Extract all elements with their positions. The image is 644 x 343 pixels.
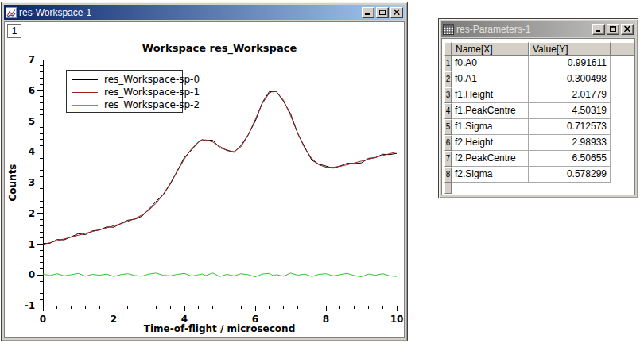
- parameters-table: Name[X] Value[Y] 1f0.A00.9916112f0.A10.3…: [444, 42, 635, 194]
- cell-value[interactable]: 0.991611: [529, 56, 611, 71]
- svg-text:3: 3: [29, 177, 35, 188]
- table-row: 4f1.PeakCentre4.50319: [444, 103, 635, 119]
- table-body: 1f0.A00.9916112f0.A10.3004983f1.Height2.…: [444, 56, 635, 183]
- svg-text:2: 2: [29, 208, 35, 219]
- cell-name[interactable]: f0.A0: [452, 56, 529, 71]
- legend-line-sp-2: [72, 105, 98, 106]
- table-row: 8f2.Sigma0.578299: [444, 167, 635, 183]
- row-header[interactable]: 8: [444, 167, 452, 183]
- plot-minimize-button[interactable]: [362, 7, 374, 18]
- table-content: Name[X] Value[Y] 1f0.A00.9916112f0.A10.3…: [441, 38, 635, 195]
- cell-value[interactable]: 6.50655: [529, 151, 611, 167]
- cell-name[interactable]: f2.Sigma: [452, 167, 529, 183]
- column-header-filler: [611, 42, 635, 56]
- row-header[interactable]: 2: [444, 71, 452, 87]
- table-row: 2f0.A10.300498: [444, 71, 635, 87]
- cell-name[interactable]: f2.Height: [452, 135, 529, 151]
- plot-maximize-button[interactable]: [376, 7, 389, 18]
- legend-line-sp-1: [72, 92, 98, 93]
- legend-label-sp-0: res_Workspace-sp-0: [104, 74, 200, 85]
- svg-text:10: 10: [390, 314, 404, 325]
- legend-line-sp-0: [72, 79, 98, 80]
- row-header[interactable]: 4: [444, 103, 452, 119]
- table-row: 1f0.A00.991611: [444, 56, 635, 71]
- table-header-row: Name[X] Value[Y]: [444, 42, 635, 56]
- cell-value[interactable]: 0.712573: [529, 119, 611, 135]
- curve-res_Workspace-sp-1[interactable]: [43, 91, 397, 245]
- plot-title[interactable]: Workspace res_Workspace: [142, 42, 297, 55]
- scatter-plot-icon[interactable]: [6, 7, 17, 18]
- svg-text:-1: -1: [25, 300, 35, 311]
- plot-canvas-area: -1012345670246810 Workspace res_Workspac…: [4, 21, 405, 338]
- table-stub-row: [444, 183, 635, 194]
- table-minimize-button[interactable]: [592, 24, 605, 35]
- cell-value[interactable]: 2.98933: [529, 135, 611, 151]
- plot-window-title: res-Workspace-1: [19, 7, 359, 18]
- legend-item-sp-2: res_Workspace-sp-2: [72, 98, 182, 111]
- plot-legend[interactable]: res_Workspace-sp-0 res_Workspace-sp-1 re…: [66, 70, 183, 113]
- column-header-name[interactable]: Name[X]: [452, 42, 529, 56]
- svg-text:8: 8: [323, 314, 329, 325]
- cell-value[interactable]: 2.01779: [529, 87, 611, 103]
- legend-item-sp-1: res_Workspace-sp-1: [72, 86, 182, 98]
- cell-name[interactable]: f1.Sigma: [452, 119, 529, 135]
- column-header-value[interactable]: Value[Y]: [529, 42, 611, 56]
- svg-text:0: 0: [40, 314, 46, 325]
- svg-text:5: 5: [29, 116, 35, 127]
- row-header[interactable]: 1: [444, 56, 452, 71]
- svg-text:4: 4: [29, 146, 35, 157]
- row-header-stub: [444, 183, 452, 194]
- svg-text:2: 2: [111, 314, 117, 325]
- svg-text:1: 1: [29, 239, 35, 250]
- close-icon: [393, 9, 401, 16]
- table-window-titlebar[interactable]: res-Parameters-1: [441, 21, 635, 37]
- row-header[interactable]: 7: [444, 151, 452, 167]
- minimize-icon: [595, 25, 603, 33]
- layer-button[interactable]: 1: [7, 24, 21, 38]
- mdi-background: { "plot_window": { "title": "res-Workspa…: [0, 0, 644, 343]
- table-close-button[interactable]: [621, 24, 634, 35]
- table-row: 7f2.PeakCentre6.50655: [444, 151, 635, 167]
- plot-close-button[interactable]: [390, 7, 403, 18]
- curve-res_Workspace-sp-0[interactable]: [43, 91, 397, 243]
- svg-text:0: 0: [29, 269, 35, 280]
- curve-res_Workspace-sp-2[interactable]: [43, 273, 397, 277]
- table-row: 5f1.Sigma0.712573: [444, 119, 635, 135]
- y-axis-label[interactable]: Counts: [7, 164, 18, 201]
- svg-text:7: 7: [29, 54, 35, 65]
- legend-label-sp-2: res_Workspace-sp-2: [104, 99, 200, 110]
- corner-header-cell[interactable]: [444, 42, 452, 56]
- plot-curves: [43, 91, 397, 277]
- table-grid-icon[interactable]: [443, 24, 454, 35]
- cell-value[interactable]: 0.578299: [529, 167, 611, 183]
- cell-value[interactable]: 4.50319: [529, 103, 611, 119]
- plot-window: res-Workspace-1 -1012345670246810 Worksp…: [1, 2, 408, 341]
- table-row: 6f2.Height2.98933: [444, 135, 635, 151]
- x-axis-label[interactable]: Time-of-flight / microsecond: [144, 323, 295, 334]
- cell-name[interactable]: f0.A1: [452, 71, 529, 87]
- cell-name[interactable]: f1.Height: [452, 87, 529, 103]
- minimize-icon: [364, 9, 372, 16]
- table-row: 3f1.Height2.01779: [444, 87, 635, 103]
- close-icon: [623, 25, 631, 33]
- legend-item-sp-0: res_Workspace-sp-0: [72, 73, 182, 86]
- plot-window-titlebar[interactable]: res-Workspace-1: [4, 5, 405, 20]
- maximize-icon: [378, 9, 386, 16]
- table-window: res-Parameters-1 Name[X] Value[Y] 1f0.A0…: [438, 18, 638, 198]
- cell-value[interactable]: 0.300498: [529, 71, 611, 87]
- plot-canvas[interactable]: -1012345670246810 Workspace res_Workspac…: [5, 22, 405, 338]
- table-maximize-button[interactable]: [607, 24, 619, 35]
- legend-label-sp-1: res_Workspace-sp-1: [104, 87, 200, 98]
- cell-name[interactable]: f1.PeakCentre: [452, 103, 529, 119]
- svg-text:6: 6: [29, 85, 35, 96]
- row-header[interactable]: 5: [444, 119, 452, 135]
- row-header[interactable]: 6: [444, 135, 452, 151]
- cell-name[interactable]: f2.PeakCentre: [452, 151, 529, 167]
- row-header[interactable]: 3: [444, 87, 452, 103]
- table-window-title: res-Parameters-1: [456, 24, 590, 35]
- maximize-icon: [609, 25, 617, 33]
